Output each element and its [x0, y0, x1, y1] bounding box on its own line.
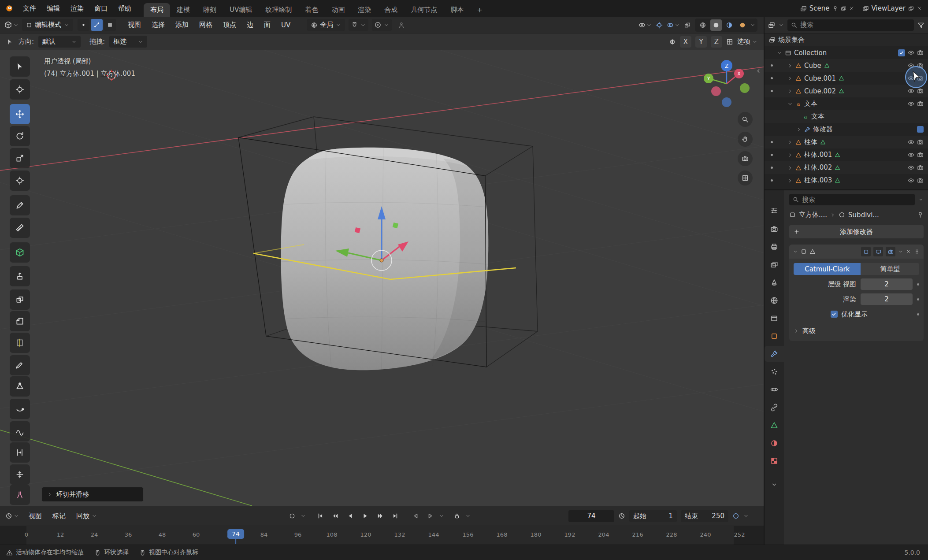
chevron-right-icon[interactable] [787, 63, 793, 68]
new-scene-icon[interactable] [841, 6, 846, 11]
tab-modeling[interactable]: 建模 [170, 3, 197, 17]
face-select-button[interactable] [104, 19, 116, 31]
snap-grid-icon[interactable] [726, 38, 733, 45]
chevron-right-icon[interactable] [796, 127, 802, 132]
mirror-z-button[interactable]: Z [711, 36, 722, 48]
tab-uv-editing[interactable]: UV编辑 [223, 3, 259, 17]
chevron-down-icon[interactable] [777, 50, 782, 56]
menu-edge[interactable]: 边 [241, 17, 259, 33]
camera-visibility-icon[interactable] [917, 49, 924, 56]
menu-render[interactable]: 渲染 [65, 0, 89, 17]
menu-uv[interactable]: UV [276, 17, 296, 33]
use-preview-range-icon[interactable] [618, 512, 625, 519]
animate-dot[interactable] [917, 283, 919, 286]
subdivided-cube-object[interactable] [281, 148, 489, 371]
tool-spin[interactable] [10, 399, 30, 419]
edge-select-button[interactable] [91, 19, 103, 31]
current-frame-field[interactable]: 74 [568, 510, 614, 522]
tab-physics[interactable] [765, 382, 784, 397]
outliner-row-cylinder-003[interactable]: 柱体.003 [765, 174, 928, 187]
tool-scale[interactable] [10, 148, 30, 168]
options-dropdown[interactable]: 选项 [737, 37, 757, 46]
outliner-search-input[interactable]: 搜索 [787, 19, 914, 31]
tab-scripting[interactable]: 脚本 [444, 3, 470, 17]
menu-file[interactable]: 文件 [18, 0, 41, 17]
catmull-clark-button[interactable]: Catmull-Clark [794, 263, 861, 275]
menu-help[interactable]: 帮助 [113, 0, 137, 17]
shading-rendered-button[interactable] [737, 19, 748, 31]
chevron-right-icon[interactable] [787, 152, 793, 158]
chevron-down-icon[interactable] [301, 513, 306, 519]
tool-knife[interactable] [10, 355, 30, 375]
filter-icon[interactable] [917, 22, 924, 29]
optimal-display-checkbox[interactable] [831, 311, 838, 318]
chevron-right-icon[interactable] [787, 140, 793, 145]
menu-face[interactable]: 面 [259, 17, 276, 33]
tab-texture[interactable] [765, 453, 784, 469]
outliner-row-collection[interactable]: Collection [765, 46, 928, 59]
editor-type-icon[interactable] [768, 22, 775, 29]
proportional-edit-dropdown[interactable] [372, 19, 392, 31]
tab-material[interactable] [765, 435, 784, 451]
chevron-down-icon[interactable] [743, 513, 749, 519]
tool-poly-build[interactable] [10, 376, 30, 397]
tab-view-layer[interactable] [765, 257, 784, 273]
region-collapse-arrow[interactable] [755, 68, 761, 74]
tab-output[interactable] [765, 239, 784, 255]
frame-back-button[interactable] [409, 510, 422, 522]
eye-icon[interactable] [908, 49, 914, 56]
operator-redo-panel[interactable]: 环切并滑移 [41, 487, 144, 502]
scene-selector[interactable]: Scene [798, 3, 857, 14]
mirror-y-button[interactable]: Y [695, 36, 707, 48]
camera-visibility-icon[interactable] [917, 100, 924, 107]
tab-world[interactable] [765, 293, 784, 308]
outliner-row-text-data[interactable]: 文本 [765, 110, 928, 123]
menu-mesh[interactable]: 网格 [194, 17, 218, 33]
xray-toggle-icon[interactable] [684, 22, 691, 29]
tab-texture-paint[interactable]: 纹理绘制 [259, 3, 298, 17]
menu-window[interactable]: 窗口 [89, 0, 113, 17]
tab-modifiers[interactable] [765, 346, 784, 362]
tab-compositing[interactable]: 合成 [378, 3, 404, 17]
current-frame-marker[interactable]: 74 [227, 529, 244, 539]
object-visibility-dropdown[interactable] [638, 22, 652, 29]
tool-transform[interactable] [10, 171, 30, 191]
drag-handle-icon[interactable] [914, 248, 920, 255]
jump-to-start-button[interactable] [314, 510, 327, 522]
extras-chevron-icon[interactable] [898, 249, 903, 254]
tool-rotate[interactable] [10, 126, 30, 146]
tool-shrink-fatten[interactable] [10, 464, 30, 485]
tab-layout[interactable]: 布局 [144, 3, 170, 17]
ortho-toggle-button[interactable] [738, 171, 753, 185]
animate-dot[interactable] [917, 313, 919, 315]
blender-logo-icon[interactable] [5, 4, 13, 12]
tool-edge-slide[interactable] [10, 442, 30, 463]
display-realtime-toggle[interactable] [873, 247, 883, 256]
play-button[interactable] [359, 510, 372, 522]
tool-extrude-region[interactable] [10, 266, 30, 286]
shading-solid-button[interactable] [710, 19, 722, 31]
sync-icon[interactable] [732, 512, 739, 519]
tab-tool[interactable] [765, 203, 784, 219]
tool-cursor[interactable] [10, 79, 30, 100]
display-render-toggle[interactable] [886, 247, 895, 256]
chevron-down-icon[interactable] [779, 22, 784, 28]
tool-move[interactable] [10, 104, 30, 124]
outliner-row-cube-002[interactable]: Cube.002 [765, 85, 928, 97]
outliner-row-cube[interactable]: Cube [765, 59, 928, 72]
gizmos-toggle-icon[interactable] [656, 22, 663, 29]
jump-to-end-button[interactable] [389, 510, 402, 522]
lock-range-button[interactable] [450, 510, 464, 522]
prev-keyframe-button[interactable] [329, 510, 342, 522]
shading-wireframe-button[interactable] [697, 19, 709, 31]
menu-playback[interactable]: 回放 [71, 506, 102, 526]
pin-icon[interactable] [917, 211, 924, 218]
collection-checkbox[interactable] [898, 49, 905, 56]
camera-visibility-icon[interactable] [917, 177, 924, 184]
menu-marker[interactable]: 标记 [47, 506, 71, 526]
navigation-gizmo[interactable]: Z X Y [702, 59, 751, 109]
tab-strip-overflow[interactable] [765, 477, 784, 493]
levels-render-field[interactable]: 2 [861, 293, 913, 305]
mirror-icon[interactable] [669, 38, 676, 45]
tab-shading[interactable]: 着色 [298, 3, 325, 17]
